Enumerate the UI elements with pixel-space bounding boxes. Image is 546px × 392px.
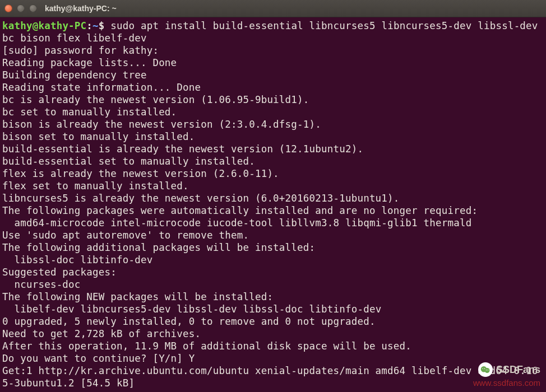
terminal-body[interactable]: kathy@kathy-PC:~$ sudo apt install build… xyxy=(0,17,546,392)
minimize-button[interactable] xyxy=(17,4,25,12)
prompt-path: ~ xyxy=(92,20,99,31)
window-buttons xyxy=(4,4,37,12)
prompt-dollar: $ xyxy=(99,20,105,31)
terminal-window: kathy@kathy-PC: ~ kathy@kathy-PC:~$ sudo… xyxy=(0,0,546,392)
prompt-at: @ xyxy=(33,20,39,31)
window-title: kathy@kathy-PC: ~ xyxy=(45,4,117,13)
prompt-host: kathy-PC xyxy=(38,20,86,31)
close-button[interactable] xyxy=(4,4,12,12)
maximize-button[interactable] xyxy=(29,4,37,12)
output-lines: [sudo] password for kathy: Reading packa… xyxy=(2,45,538,389)
prompt-user: kathy xyxy=(2,20,33,31)
terminal-content[interactable]: kathy@kathy-PC:~$ sudo apt install build… xyxy=(2,20,544,389)
prompt-colon: : xyxy=(86,20,92,31)
title-bar: kathy@kathy-PC: ~ xyxy=(0,0,546,17)
